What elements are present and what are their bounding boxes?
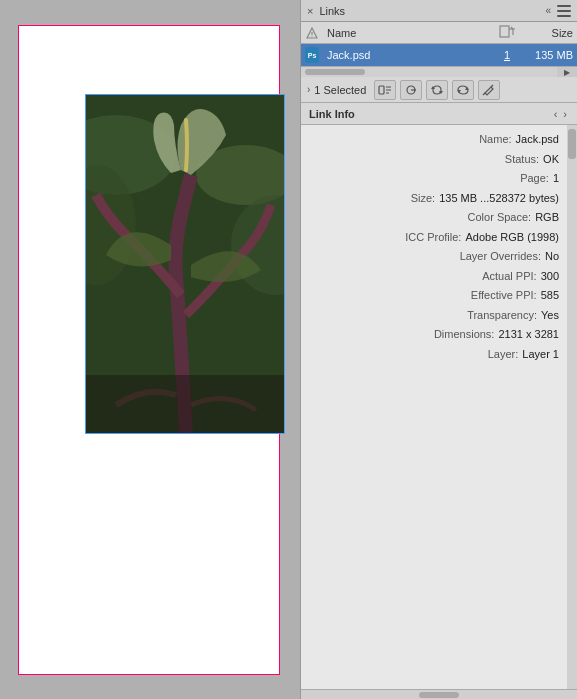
status-label: Status: (505, 151, 539, 168)
selected-count: 1 Selected (314, 84, 366, 96)
nav-next-button[interactable]: › (561, 108, 569, 120)
name-label: Name: (479, 131, 511, 148)
transparency-label: Transparency: (467, 307, 537, 324)
info-color-space-row: Color Space: RGB (309, 209, 559, 226)
bottom-scroll-thumb[interactable] (419, 692, 459, 698)
nav-prev-button[interactable]: ‹ (552, 108, 560, 120)
toolbar-chevron[interactable]: › (307, 84, 310, 95)
icc-label: ICC Profile: (405, 229, 461, 246)
dimensions-value: 2131 x 3281 (498, 326, 559, 343)
link-info-wrapper: Name: Jack.psd Status: OK Page: 1 Size: … (301, 125, 577, 689)
size-label: Size: (411, 190, 435, 207)
refresh-button[interactable] (452, 80, 474, 100)
svg-line-29 (483, 93, 485, 95)
scroll-right-button[interactable]: ▶ (557, 67, 577, 77)
info-layer-row: Layer: Layer 1 (309, 346, 559, 363)
color-space-value: RGB (535, 209, 559, 226)
actual-ppi-label: Actual PPI: (482, 268, 536, 285)
info-page-row: Page: 1 (309, 170, 559, 187)
svg-marker-26 (465, 87, 469, 90)
warning-column-header (301, 27, 323, 39)
svg-rect-17 (379, 86, 384, 94)
file-page[interactable]: 1 (492, 49, 522, 61)
status-value: OK (543, 151, 559, 168)
info-transparency-row: Transparency: Yes (309, 307, 559, 324)
svg-point-11 (312, 36, 313, 37)
link-info-content: Name: Jack.psd Status: OK Page: 1 Size: … (301, 125, 567, 689)
svg-line-28 (491, 85, 493, 87)
page-label: Page: (520, 170, 549, 187)
collapse-icon[interactable]: « (545, 5, 551, 16)
actual-ppi-value: 300 (541, 268, 559, 285)
ps-icon: Ps (305, 47, 319, 63)
layer-overrides-label: Layer Overrides: (460, 248, 541, 265)
effective-ppi-value: 585 (541, 287, 559, 304)
transparency-value: Yes (541, 307, 559, 324)
nav-arrows: ‹ › (552, 108, 569, 120)
image-frame[interactable] (85, 94, 285, 434)
link-info-scroll-thumb[interactable] (568, 129, 576, 159)
table-scroll-thumb[interactable] (305, 69, 365, 75)
update-link-button[interactable] (426, 80, 448, 100)
goto-link-button[interactable] (400, 80, 422, 100)
panel-title: Links (319, 5, 345, 17)
info-size-row: Size: 135 MB ...528372 bytes) (309, 190, 559, 207)
table-row[interactable]: Ps Jack.psd 1 135 MB (301, 44, 577, 66)
table-scroll-track[interactable]: ▶ (301, 67, 577, 77)
icc-value: Adobe RGB (1998) (465, 229, 559, 246)
page-column-header (492, 25, 522, 41)
links-table: Ps Jack.psd 1 135 MB (301, 44, 577, 67)
info-dimensions-row: Dimensions: 2131 x 3281 (309, 326, 559, 343)
effective-ppi-label: Effective PPI: (471, 287, 537, 304)
table-header: Name Size (301, 22, 577, 44)
name-value: Jack.psd (516, 131, 559, 148)
links-panel: × Links « Name (300, 0, 577, 699)
color-space-label: Color Space: (468, 209, 532, 226)
svg-rect-8 (86, 375, 284, 433)
panel-bottom-scrollbar[interactable] (301, 689, 577, 699)
file-name: Jack.psd (323, 49, 492, 61)
info-effective-ppi-row: Effective PPI: 585 (309, 287, 559, 304)
svg-rect-12 (500, 26, 509, 37)
layer-overrides-value: No (545, 248, 559, 265)
layer-value: Layer 1 (522, 346, 559, 363)
page-value: 1 (553, 170, 559, 187)
link-info-scrollbar[interactable] (567, 125, 577, 689)
file-type-icon: Ps (301, 47, 323, 63)
page-container (18, 25, 280, 675)
relink-button[interactable] (374, 80, 396, 100)
size-value: 135 MB ...528372 bytes) (439, 190, 559, 207)
canvas-area (0, 0, 300, 699)
panel-menu-button[interactable] (557, 5, 571, 17)
edit-original-button[interactable] (478, 80, 500, 100)
links-toolbar: › 1 Selected (301, 77, 577, 103)
info-status-row: Status: OK (309, 151, 559, 168)
close-button[interactable]: × (307, 5, 313, 17)
panel-titlebar: × Links « (301, 0, 577, 22)
file-size: 135 MB (522, 49, 577, 61)
size-column-header[interactable]: Size (522, 27, 577, 39)
name-column-header[interactable]: Name (323, 27, 492, 39)
link-info-header: Link Info ‹ › (301, 103, 577, 125)
info-name-row: Name: Jack.psd (309, 131, 559, 148)
info-actual-ppi-row: Actual PPI: 300 (309, 268, 559, 285)
svg-marker-27 (457, 90, 461, 93)
layer-label: Layer: (488, 346, 519, 363)
plant-image (86, 95, 284, 433)
info-layer-overrides-row: Layer Overrides: No (309, 248, 559, 265)
link-info-title: Link Info (309, 108, 552, 120)
info-icc-row: ICC Profile: Adobe RGB (1998) (309, 229, 559, 246)
dimensions-label: Dimensions: (434, 326, 495, 343)
